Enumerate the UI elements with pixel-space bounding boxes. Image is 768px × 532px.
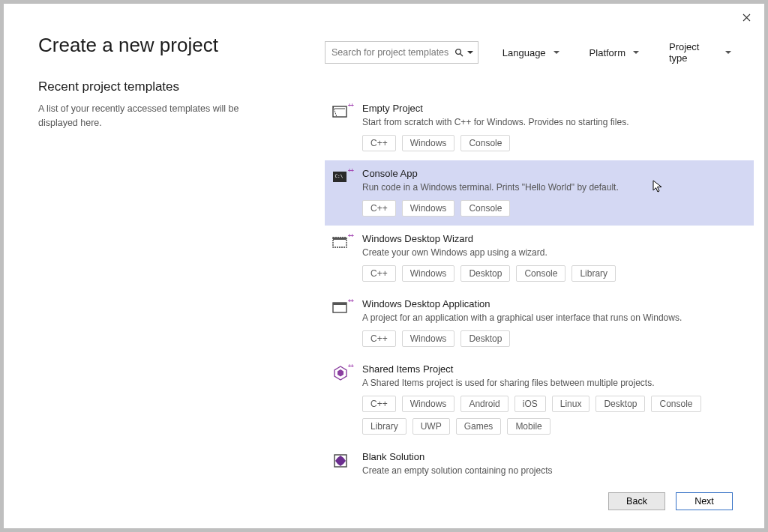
filter-group: Language Platform Project type	[502, 41, 731, 64]
template-tag: Desktop	[460, 330, 510, 347]
template-title: Windows Desktop Wizard	[362, 233, 743, 244]
console-app-icon: C:\++	[332, 169, 350, 187]
svg-rect-8	[333, 238, 346, 240]
top-controls: Language Platform Project type	[325, 41, 754, 64]
page-title: Create a new project	[38, 34, 265, 57]
template-body: Shared Items ProjectA Shared Items proje…	[362, 363, 743, 435]
template-tag: Desktop	[596, 396, 645, 412]
svg-rect-10	[333, 303, 346, 305]
template-tag: Library	[362, 418, 406, 435]
template-tag: Console	[460, 135, 510, 151]
template-tag: Desktop	[460, 265, 510, 282]
template-title: Empty Project	[362, 103, 743, 114]
template-tag: Console	[516, 265, 566, 282]
recent-heading: Recent project templates	[38, 79, 265, 94]
template-item[interactable]: ++Windows Desktop ApplicationA project f…	[325, 291, 754, 356]
dialog-footer: Back Next	[4, 480, 764, 528]
template-desc: Run code in a Windows terminal. Prints "…	[362, 182, 743, 193]
filter-platform-label: Platform	[590, 47, 626, 58]
close-icon	[742, 13, 751, 22]
template-title: Windows Desktop Application	[362, 298, 743, 309]
template-tag: C++	[362, 265, 396, 282]
search-input[interactable]	[332, 47, 454, 58]
shared-items-icon: ++	[332, 365, 350, 383]
template-list[interactable]: ++Empty ProjectStart from scratch with C…	[325, 95, 754, 480]
svg-line-1	[460, 54, 462, 56]
empty-project-icon: ++	[332, 104, 350, 122]
svg-point-0	[455, 49, 460, 55]
template-tag: Mobile	[507, 418, 550, 435]
template-tag: Windows	[402, 396, 455, 412]
template-desc: A project for an application with a grap…	[362, 312, 743, 323]
template-tag: C++	[362, 135, 396, 151]
filter-project-type[interactable]: Project type	[669, 41, 731, 64]
tag-row: C++WindowsDesktopConsoleLibrary	[362, 265, 743, 282]
chevron-down-icon	[725, 51, 731, 54]
template-tag: Windows	[402, 200, 455, 217]
template-tag: C++	[362, 200, 396, 217]
chevron-down-icon	[554, 51, 560, 54]
template-tag: Console	[651, 396, 700, 412]
template-title: Blank Solution	[362, 451, 743, 462]
template-desc: Start from scratch with C++ for Windows.…	[362, 117, 743, 127]
template-tag: Games	[456, 418, 502, 435]
left-column: Create a new project Recent project temp…	[4, 4, 287, 480]
template-desc: A Shared Items project is used for shari…	[362, 378, 743, 388]
template-desc: Create your own Windows app using a wiza…	[362, 247, 743, 258]
template-item[interactable]: ++Shared Items ProjectA Shared Items pro…	[325, 356, 754, 444]
blank-solution-icon	[332, 453, 350, 471]
chevron-down-icon	[633, 51, 639, 54]
tag-row: C++WindowsConsole	[362, 135, 743, 151]
filter-platform[interactable]: Platform	[590, 41, 639, 64]
template-tag: Library	[572, 265, 616, 282]
tag-row: C++WindowsAndroidiOSLinuxDesktopConsoleL…	[362, 396, 743, 435]
template-item[interactable]: C:\++Console AppRun code in a Windows te…	[325, 160, 754, 226]
tag-row: C++WindowsDesktop	[362, 330, 743, 347]
recent-text: A list of your recently accessed templat…	[38, 102, 265, 130]
template-tag: Windows	[402, 330, 455, 347]
filter-project-type-label: Project type	[669, 41, 718, 64]
close-button[interactable]	[736, 8, 757, 26]
template-body: Windows Desktop ApplicationA project for…	[362, 298, 743, 347]
filter-language[interactable]: Language	[502, 41, 560, 64]
template-item[interactable]: ++Empty ProjectStart from scratch with C…	[325, 95, 754, 160]
dialog-window: Create a new project Recent project temp…	[3, 3, 765, 529]
tag-row: C++WindowsConsole	[362, 200, 743, 217]
desktop-wizard-icon: ++	[332, 235, 350, 253]
template-tag: iOS	[514, 396, 546, 412]
template-tag: UWP	[412, 418, 450, 435]
template-body: Empty ProjectStart from scratch with C++…	[362, 103, 743, 151]
template-tag: C++	[362, 396, 396, 412]
template-desc: Create an empty solution containing no p…	[362, 465, 743, 476]
search-box[interactable]	[325, 41, 478, 64]
template-tag: Android	[460, 396, 508, 412]
template-item[interactable]: Blank SolutionCreate an empty solution c…	[325, 444, 754, 480]
template-body: Windows Desktop WizardCreate your own Wi…	[362, 233, 743, 282]
template-body: Blank SolutionCreate an empty solution c…	[362, 451, 743, 480]
template-title: Shared Items Project	[362, 363, 743, 375]
back-button[interactable]: Back	[608, 492, 665, 510]
template-tag: Windows	[402, 135, 455, 151]
filter-language-label: Language	[502, 47, 546, 58]
content-area: Create a new project Recent project temp…	[4, 4, 764, 480]
template-tag: Windows	[402, 265, 455, 282]
right-column: Language Platform Project type ++Empty P…	[287, 4, 764, 480]
template-item[interactable]: ++Windows Desktop WizardCreate your own …	[325, 226, 754, 291]
template-tag: Console	[460, 200, 510, 217]
template-title: Console App	[362, 168, 743, 179]
template-body: Console AppRun code in a Windows termina…	[362, 168, 743, 217]
next-button[interactable]: Next	[676, 492, 733, 510]
template-tag: Linux	[552, 396, 590, 412]
template-tag: C++	[362, 330, 396, 347]
desktop-app-icon: ++	[332, 300, 350, 318]
search-icon[interactable]	[454, 48, 473, 57]
svg-text:C:\: C:\	[335, 173, 344, 178]
